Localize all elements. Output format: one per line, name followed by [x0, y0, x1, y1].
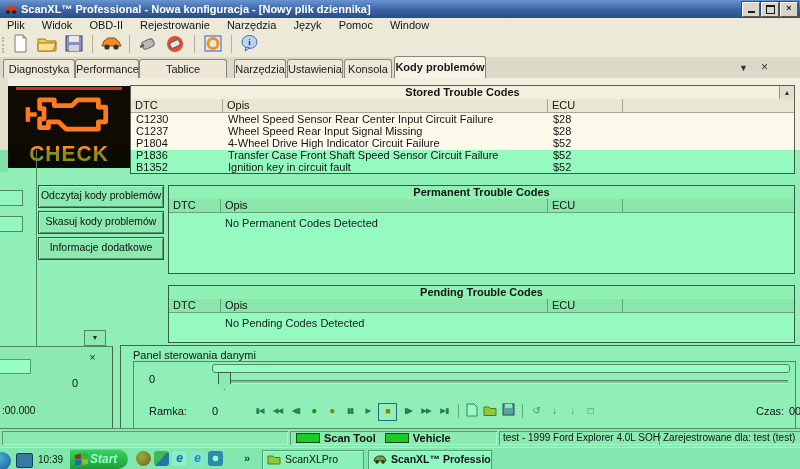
disconnect-plug-icon[interactable] [163, 34, 187, 55]
save-file-icon[interactable] [62, 34, 86, 55]
tab-tablice-rozdzielcze[interactable]: Tablice rozdzielcze [139, 59, 227, 78]
toolbar-separator [129, 35, 130, 53]
column-dtc[interactable]: DTC [169, 199, 221, 212]
car-icon [373, 454, 387, 465]
menu-rejestrowanie[interactable]: Rejestrowanie [133, 18, 217, 33]
open-file-icon[interactable] [35, 34, 59, 55]
tab-dropdown-icon[interactable]: ▼ [737, 62, 750, 75]
web-browser-icon[interactable]: e [190, 451, 205, 466]
slider-track[interactable] [224, 380, 788, 384]
internet-explorer-icon[interactable]: e [172, 451, 187, 466]
undo-icon[interactable]: ↺ [529, 403, 544, 418]
table-row[interactable]: C1237 Wheel Speed Rear Input Signal Miss… [131, 125, 794, 137]
record-button[interactable]: ● [306, 403, 321, 418]
rewind-button[interactable]: ◀◀ [270, 403, 285, 418]
export-icon[interactable]: ↓ [565, 403, 580, 418]
status-cell-empty [2, 431, 288, 445]
taskbar-task-scanxl[interactable]: ScanXL™ Professional... [368, 450, 492, 469]
table-row[interactable]: P1836 Transfer Case Front Shaft Speed Se… [131, 149, 794, 161]
vehicle-label: Vehicle [413, 432, 451, 444]
dtc-ecu: $52 [553, 137, 571, 149]
tab-kody-problemow[interactable]: Kody problemów [394, 56, 486, 78]
column-opis[interactable]: Opis [223, 99, 548, 112]
tab-diagnostyka[interactable]: Diagnostyka [3, 59, 75, 78]
scroll-up-arrow[interactable]: ▲ [779, 86, 794, 99]
new-file-icon[interactable] [8, 34, 32, 55]
menu-narzedzia[interactable]: Narzędzia [220, 18, 284, 33]
tab-konsola[interactable]: Konsola [344, 59, 392, 78]
column-opis[interactable]: Opis [221, 199, 548, 212]
picture-viewer-icon[interactable] [154, 451, 169, 466]
pause-button[interactable]: ▮▮ [342, 403, 357, 418]
stop-button[interactable]: ■ [378, 403, 397, 421]
vehicle-car-icon[interactable] [99, 34, 123, 55]
table-row[interactable]: C1230 Wheel Speed Sensor Rear Center Inp… [131, 113, 794, 125]
column-dtc[interactable]: DTC [131, 99, 223, 112]
dtc-code: C1230 [136, 113, 168, 125]
clear-codes-button[interactable]: Skasuj kody problemów [38, 211, 164, 234]
tab-close-icon[interactable]: × [757, 60, 772, 75]
save-log-icon[interactable] [501, 403, 516, 418]
dtc-code: P1836 [136, 149, 168, 161]
additional-info-button[interactable]: Informacje dodatkowe [38, 237, 164, 260]
artifact-close-icon[interactable]: × [86, 351, 99, 364]
browser-icon[interactable] [136, 451, 151, 466]
dtc-desc: Wheel Speed Sensor Rear Center Input Cir… [228, 113, 493, 125]
read-codes-button[interactable]: Odczytaj kody problemów [38, 185, 164, 208]
column-ecu[interactable]: ECU [548, 199, 623, 212]
column-dtc[interactable]: DTC [169, 299, 221, 312]
table-row[interactable]: B1352 Ignition key in circuit fault $52 [131, 161, 794, 173]
fast-forward-button[interactable]: ▶▶ [419, 403, 434, 418]
dtc-desc: Ignition key in circuit fault [228, 161, 351, 173]
task-label: ScanXL™ Professional... [391, 453, 492, 465]
new-log-icon[interactable] [465, 403, 480, 418]
close-button[interactable]: × [780, 2, 798, 17]
skip-end-button[interactable]: ▶▮ [437, 403, 452, 418]
menu-plik[interactable]: Plik [0, 18, 32, 33]
info-about-icon[interactable]: i [238, 34, 262, 55]
check-engine-topline [16, 87, 122, 90]
progress-track[interactable] [212, 364, 790, 373]
slider-thumb[interactable] [218, 372, 231, 390]
no-pending-codes-message: No Pending Codes Detected [225, 317, 364, 329]
control-panel-title: Panel sterowania danymi [133, 349, 256, 361]
partial-box-artifact [0, 190, 23, 206]
artifact-time-fragment: :00.000 [2, 405, 35, 416]
menu-obd2[interactable]: OBD-II [82, 18, 130, 33]
column-opis[interactable]: Opis [221, 299, 548, 312]
menu-widok[interactable]: Widok [35, 18, 80, 33]
connect-plug-icon[interactable] [136, 34, 160, 55]
tab-performance[interactable]: Performance [75, 59, 139, 78]
stored-codes-header: DTC Opis ECU [131, 99, 794, 113]
dtc-ecu: $52 [553, 161, 571, 173]
play-button[interactable]: ▶ [360, 403, 375, 418]
skip-start-button[interactable]: ▮◀ [252, 403, 267, 418]
dashboard-target-icon[interactable] [201, 34, 225, 55]
marker-button[interactable]: ● [324, 403, 339, 418]
media-player-icon[interactable] [208, 451, 223, 466]
open-log-icon[interactable] [483, 403, 498, 418]
check-engine-image: CHECK [8, 86, 130, 168]
tab-ustawienia[interactable]: Ustawienia [287, 59, 343, 78]
menu-pomoc[interactable]: Pomoc [332, 18, 380, 33]
taskbar-task-scanxlpro[interactable]: ScanXLPro [262, 450, 364, 469]
column-ecu[interactable]: ECU [548, 299, 623, 312]
quick-launch-overflow[interactable]: » [244, 452, 250, 464]
artifact-dropdown-icon[interactable]: ▼ [84, 330, 106, 346]
dtc-code: C1237 [136, 125, 168, 137]
menu-jezyk[interactable]: Język [286, 18, 328, 33]
step-forward-button[interactable]: ▮▶ [401, 403, 416, 418]
grid-select-icon[interactable]: □ [583, 403, 598, 418]
dtc-ecu: $52 [553, 149, 571, 161]
dtc-code: P1804 [136, 137, 168, 149]
column-ecu[interactable]: ECU [548, 99, 623, 112]
start-button[interactable]: Start [70, 449, 128, 469]
minimize-button[interactable] [742, 2, 760, 17]
tab-narzedzia[interactable]: Narzędzia [234, 59, 286, 78]
step-back-button[interactable]: ◀▮ [288, 403, 303, 418]
status-vehicle-info: test - 1999 Ford Explorer 4.0L SOHC [499, 431, 661, 445]
restore-button[interactable] [761, 2, 779, 17]
table-row[interactable]: P1804 4-Wheel Drive High Indicator Circu… [131, 137, 794, 149]
import-icon[interactable]: ↓ [547, 403, 562, 418]
menu-window[interactable]: Window [383, 18, 436, 33]
